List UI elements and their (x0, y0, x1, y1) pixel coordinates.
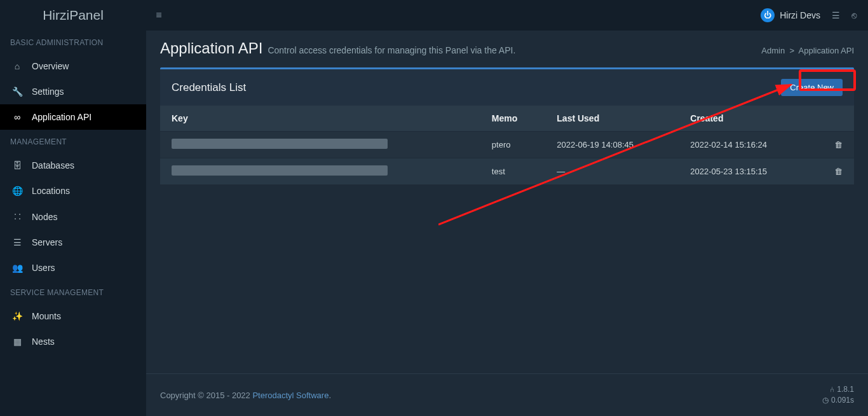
page-title: Application API (160, 39, 262, 57)
sidebar-section-header: MANAGEMENT (0, 130, 146, 153)
sidebar-item-label: Overview (32, 61, 69, 71)
power-icon: ⏻ (761, 8, 775, 22)
footer-dot: . (329, 391, 331, 400)
delete-button[interactable]: 🗑 (812, 132, 854, 158)
sidebar-item-label: Databases (32, 160, 74, 170)
column-last-used: Last Used (545, 106, 679, 132)
trash-icon: 🗑 (834, 167, 843, 176)
database-icon: 🗄 (11, 160, 23, 170)
brand-logo[interactable]: HirziPanel (0, 8, 146, 23)
create-new-button[interactable]: Create New (781, 79, 843, 96)
page-subtitle: Control access credentials for managing … (268, 45, 515, 55)
footer: Copyright © 2015 - 2022 Pterodactyl Soft… (146, 373, 868, 416)
sidebar-item-servers[interactable]: ☰ Servers (0, 230, 146, 255)
globe-icon: 🌐 (11, 186, 23, 196)
sidebar-item-databases[interactable]: 🗄 Databases (0, 153, 146, 178)
sidebar-item-label: Nodes (32, 212, 57, 222)
wrench-icon: 🔧 (11, 87, 23, 97)
breadcrumb-current: Application API (799, 46, 854, 55)
delete-button[interactable]: 🗑 (812, 158, 854, 185)
sidebar-item-label: Users (32, 263, 55, 273)
cell-created: 2022-02-14 15:16:24 (679, 132, 812, 158)
box-title: Credentials List (172, 81, 246, 94)
cell-created: 2022-05-23 13:15:15 (679, 158, 812, 185)
cell-memo: test (480, 158, 545, 185)
api-key-masked[interactable] (172, 139, 388, 149)
server-list-icon[interactable]: ☰ (832, 10, 840, 20)
sidebar-item-label: Mounts (32, 311, 61, 321)
sidebar-item-application-api[interactable]: ∞ Application API (0, 104, 146, 130)
cell-last-used: 2022-06-19 14:08:45 (545, 132, 679, 158)
logout-icon[interactable]: ⎋ (851, 10, 857, 20)
credentials-table: Key Memo Last Used Created ptero 2022-06… (160, 106, 854, 184)
server-icon: ☰ (11, 237, 23, 247)
home-icon: ⌂ (11, 61, 23, 71)
users-icon: 👥 (11, 263, 23, 273)
sidebar-item-nests[interactable]: ▦ Nests (0, 329, 146, 354)
sitemap-icon: ⸬ (11, 211, 23, 222)
trash-icon: 🗑 (834, 140, 843, 149)
sidebar-item-mounts[interactable]: ✨ Mounts (0, 303, 146, 329)
column-memo: Memo (480, 106, 545, 132)
breadcrumb-separator: > (789, 46, 794, 55)
main-content: Application API Control access credentia… (146, 31, 868, 416)
sidebar-item-overview[interactable]: ⌂ Overview (0, 53, 146, 79)
api-key-masked[interactable] (172, 165, 388, 176)
sidebar-section-header: BASIC ADMINISTRATION (0, 31, 146, 53)
breadcrumb-admin-link[interactable]: Admin (761, 46, 785, 55)
column-created: Created (679, 106, 812, 132)
user-menu[interactable]: ⏻ Hirzi Devs (761, 8, 820, 22)
infinity-icon: ∞ (11, 112, 23, 122)
branch-icon: ⑃ (830, 384, 834, 395)
sidebar-item-settings[interactable]: 🔧 Settings (0, 79, 146, 104)
breadcrumb: Admin > Application API (761, 46, 854, 55)
sidebar-item-label: Application API (32, 112, 92, 122)
footer-link[interactable]: Pterodactyl Software (252, 391, 329, 400)
cell-last-used: — (545, 158, 679, 185)
user-name: Hirzi Devs (780, 10, 820, 20)
table-row: test — 2022-05-23 13:15:15 🗑 (160, 158, 854, 185)
cell-memo: ptero (480, 132, 545, 158)
bars-icon: ≡ (156, 10, 161, 20)
clock-icon: ◷ (822, 395, 829, 406)
sidebar-toggle-button[interactable]: ≡ (146, 10, 172, 21)
footer-version: 1.8.1 (837, 384, 854, 395)
sidebar-item-label: Locations (32, 186, 70, 196)
footer-timing: 0.091s (831, 395, 854, 406)
topbar: HirziPanel ≡ ⏻ Hirzi Devs ☰ ⎋ (0, 0, 868, 31)
table-row: ptero 2022-06-19 14:08:45 2022-02-14 15:… (160, 132, 854, 158)
footer-copyright: Copyright © 2015 - 2022 (160, 391, 252, 400)
sidebar-item-label: Settings (32, 87, 64, 97)
sidebar-item-locations[interactable]: 🌐 Locations (0, 178, 146, 204)
sidebar-section-header: SERVICE MANAGEMENT (0, 281, 146, 303)
sidebar-item-users[interactable]: 👥 Users (0, 255, 146, 281)
magic-icon: ✨ (11, 311, 23, 321)
sidebar: BASIC ADMINISTRATION ⌂ Overview 🔧 Settin… (0, 31, 146, 416)
credentials-box: Credentials List Create New Key Memo Las… (160, 67, 854, 184)
grid-icon: ▦ (11, 336, 23, 347)
sidebar-item-nodes[interactable]: ⸬ Nodes (0, 204, 146, 230)
sidebar-item-label: Nests (32, 336, 55, 347)
column-key: Key (160, 106, 480, 132)
sidebar-item-label: Servers (32, 237, 62, 247)
